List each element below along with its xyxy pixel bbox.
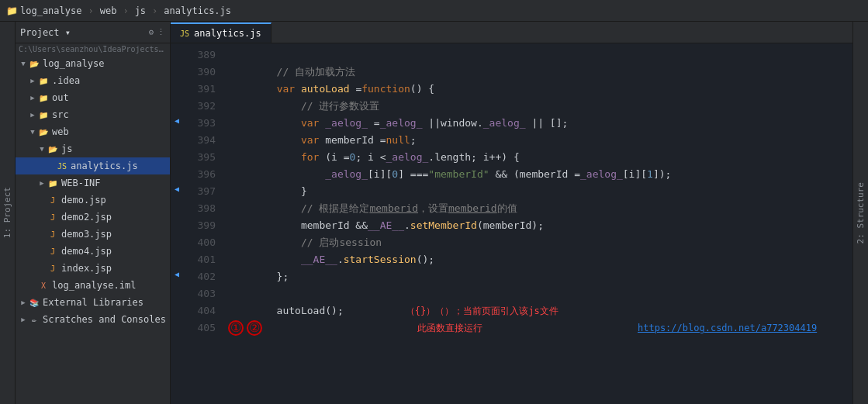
tree-item-log-analyse[interactable]: ▼ 📂 log_analyse: [16, 55, 170, 72]
expand-arrow: ▼: [28, 128, 37, 136]
tab-analytics-js[interactable]: JS analytics.js: [171, 22, 271, 43]
tree-label: demo4.jsp: [61, 246, 112, 257]
bookmark-arrow: ◀: [175, 116, 179, 125]
breadcrumb-project: 📁 log_analyse: [6, 5, 81, 16]
gutter-397: ◀: [171, 180, 183, 197]
sidebar-settings-icon[interactable]: ⚙: [148, 27, 154, 37]
jsp-icon: J: [47, 211, 59, 223]
line-num-400: 400: [198, 234, 216, 251]
gutter-398: [171, 197, 183, 214]
expand-arrow: ▶: [19, 316, 28, 323]
tree-label: js: [61, 143, 72, 154]
tree-item-demo4-jsp[interactable]: J demo4.jsp: [16, 243, 170, 260]
tree-label: WEB-INF: [61, 178, 101, 188]
line-num-398: 398: [198, 200, 216, 217]
lib-icon: 📚: [28, 296, 40, 309]
tree-label: demo.jsp: [61, 195, 106, 205]
tree-label: External Libraries: [43, 297, 144, 308]
line-num-395: 395: [198, 149, 216, 166]
tree-item-iml[interactable]: X log_analyse.iml: [16, 277, 170, 294]
annotation-text-2: 此函数直接运行: [417, 319, 482, 337]
gutter-391: [171, 78, 183, 95]
line-num-405: 405: [198, 319, 216, 337]
code-line-396: _aelog_ [i][ 0 ] === "memberId" && (memb…: [228, 166, 852, 183]
jsp-icon: J: [47, 262, 59, 275]
tree-label: analytics.js: [71, 161, 138, 171]
line-num-397: 397: [198, 183, 216, 200]
structure-tab-label[interactable]: 2: Structure: [856, 182, 866, 243]
tree-item-demo3-jsp[interactable]: J demo3.jsp: [16, 226, 170, 243]
line-num-391: 391: [198, 81, 216, 98]
code-line-395: for (i = 0 ; i < _aelog_ .length; i++) {: [228, 149, 852, 166]
tree-item-out[interactable]: ▶ 📁 out: [16, 89, 170, 106]
line-num-394: 394: [198, 132, 216, 149]
bookmark-arrow: ◀: [175, 185, 179, 193]
gutter-marks: ◀ ◀ ◀: [171, 43, 183, 404]
jsp-icon: J: [47, 228, 59, 240]
tree-item-web[interactable]: ▼ 📂 web: [16, 123, 170, 140]
code-line-405: ① ② 此函数直接运行 https://blog.csdn.net/a77230…: [228, 319, 852, 337]
code-editor[interactable]: ◀ ◀ ◀ 389: [171, 43, 852, 404]
folder-icon: 📁: [37, 74, 50, 87]
tree-label: out: [52, 92, 69, 103]
sidebar-title: Project ▾: [20, 27, 145, 38]
sidebar-layout-icon[interactable]: ⋮: [157, 27, 165, 37]
folder-icon: 📂: [28, 57, 40, 70]
expand-arrow: ▶: [19, 299, 28, 306]
scratches-icon: ✏: [28, 313, 40, 326]
tree-item-demo-jsp[interactable]: J demo.jsp: [16, 192, 170, 209]
tree-label: log_analyse.iml: [52, 280, 136, 291]
gutter-396: [171, 163, 183, 180]
js-file-icon: JS: [56, 160, 68, 172]
tree-item-js-folder[interactable]: ▼ 📂 js: [16, 140, 170, 157]
expand-arrow: ▶: [28, 77, 37, 85]
tree-item-analytics-js[interactable]: JS analytics.js: [16, 157, 170, 174]
sidebar-header: Project ▾ ⚙ ⋮: [16, 22, 170, 43]
jsp-icon: J: [47, 194, 59, 206]
tree-label: demo3.jsp: [61, 229, 112, 240]
tree-item-demo2-jsp[interactable]: J demo2.jsp: [16, 209, 170, 226]
gutter-389: [171, 43, 183, 60]
code-line-392: // 进行参数设置: [228, 98, 852, 115]
gutter-405: [171, 316, 183, 333]
gutter-399: [171, 214, 183, 231]
code-line-400: // 启动session: [228, 234, 852, 251]
line-num-393: 393: [198, 115, 216, 132]
project-icon: 📁: [6, 5, 17, 16]
code-line-398: // 根据是给定memberid，设置memberid的值: [228, 200, 852, 217]
gutter-400: [171, 231, 183, 248]
tab-label: analytics.js: [194, 28, 261, 39]
expand-arrow: ▼: [19, 60, 28, 67]
line-num-401: 401: [198, 251, 216, 268]
circle-annotation-1: ①: [228, 320, 244, 336]
tree-label: demo2.jsp: [61, 212, 112, 223]
tree-item-idea[interactable]: ▶ 📁 .idea: [16, 72, 170, 89]
line-num-399: 399: [198, 217, 216, 234]
expand-arrow: ▼: [37, 145, 47, 153]
annotation-text-1: （{}）（）；当前页面引入该js文件: [406, 302, 558, 319]
gutter-403: [171, 282, 183, 299]
gutter-390: [171, 60, 183, 78]
url-label[interactable]: https://blog.csdn.net/a772304419: [638, 319, 817, 337]
breadcrumb-file: analytics.js: [164, 5, 231, 16]
breadcrumb-js: js: [135, 5, 146, 16]
code-content[interactable]: // 自动加载方法 var autoLoad = function () {: [222, 43, 852, 404]
tree-item-external-libraries[interactable]: ▶ 📚 External Libraries: [16, 294, 170, 311]
line-num-396: 396: [198, 166, 216, 183]
project-path: C:\Users\seanzhou\IdeaProjects\log_analy…: [16, 43, 170, 55]
xml-icon: X: [37, 279, 50, 292]
tree-label: web: [52, 126, 69, 137]
vertical-label-project: 1: Project: [0, 22, 16, 404]
tree-item-scratches[interactable]: ▶ ✏ Scratches and Consoles: [16, 311, 170, 328]
code-line-397: }: [228, 183, 852, 200]
code-line-393: var _aelog_ = _aelog_ || window. _aelog_…: [228, 115, 852, 132]
tree-item-src[interactable]: ▶ 📁 src: [16, 106, 170, 123]
tree-item-index-jsp[interactable]: J index.jsp: [16, 260, 170, 277]
tree-item-web-inf[interactable]: ▶ 📁 WEB-INF: [16, 174, 170, 192]
gutter-402: ◀: [171, 265, 183, 282]
gutter-404: [171, 299, 183, 316]
project-tab-label[interactable]: 1: Project: [2, 187, 12, 238]
code-line-389: [228, 47, 852, 64]
line-num-402: 402: [198, 268, 216, 285]
tree-label: .idea: [52, 75, 80, 86]
